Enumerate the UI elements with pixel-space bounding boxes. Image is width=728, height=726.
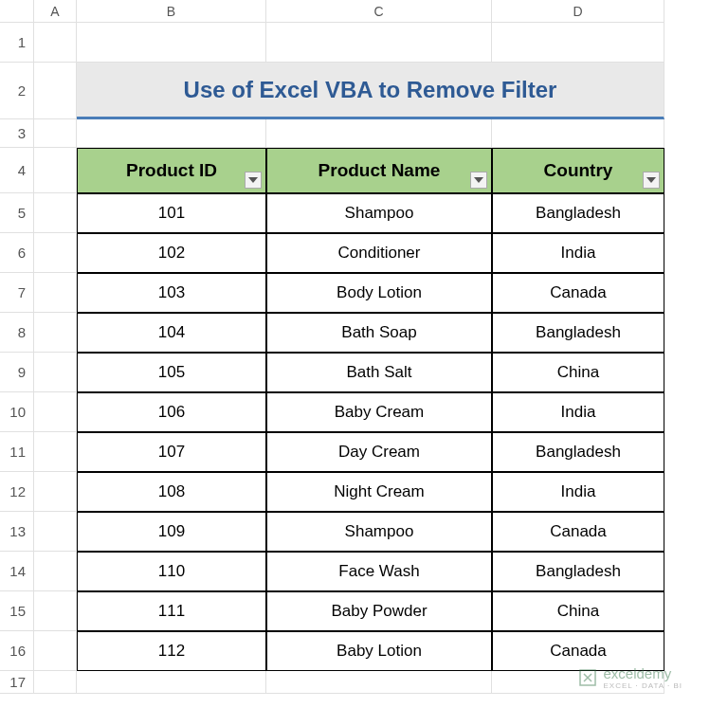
column-header-D[interactable]: D <box>492 0 664 23</box>
table-cell-name[interactable]: Day Cream <box>266 432 492 472</box>
table-cell-id[interactable]: 104 <box>77 313 266 353</box>
row-header-17[interactable]: 17 <box>0 671 34 694</box>
row-header-10[interactable]: 10 <box>0 392 34 432</box>
cell-A17[interactable] <box>34 671 77 694</box>
cell-D3[interactable] <box>492 119 664 148</box>
row-header-9[interactable]: 9 <box>0 353 34 392</box>
page-title[interactable]: Use of Excel VBA to Remove Filter <box>77 63 664 119</box>
table-cell-country[interactable]: Bangladesh <box>492 313 664 353</box>
table-cell-name[interactable]: Shampoo <box>266 512 492 552</box>
table-cell-country[interactable]: Bangladesh <box>492 432 664 472</box>
chevron-down-icon <box>248 177 258 183</box>
spreadsheet-grid: A B C D 1 2 Use of Excel VBA to Remove F… <box>0 0 728 694</box>
table-cell-id[interactable]: 103 <box>77 273 266 313</box>
cell-A3[interactable] <box>34 119 77 148</box>
table-cell-name[interactable]: Conditioner <box>266 233 492 273</box>
table-cell-name[interactable]: Baby Powder <box>266 591 492 631</box>
table-cell-id[interactable]: 109 <box>77 512 266 552</box>
table-cell-id[interactable]: 108 <box>77 472 266 512</box>
cell-A14[interactable] <box>34 552 77 591</box>
header-label: Product ID <box>126 160 217 181</box>
row-header-2[interactable]: 2 <box>0 63 34 119</box>
header-product-id[interactable]: Product ID <box>77 148 266 193</box>
cell-B3[interactable] <box>77 119 266 148</box>
table-cell-name[interactable]: Shampoo <box>266 193 492 233</box>
row-header-5[interactable]: 5 <box>0 193 34 233</box>
table-cell-id[interactable]: 110 <box>77 552 266 591</box>
row-header-4[interactable]: 4 <box>0 148 34 193</box>
table-cell-id[interactable]: 112 <box>77 631 266 671</box>
cell-A4[interactable] <box>34 148 77 193</box>
cell-A11[interactable] <box>34 432 77 472</box>
table-cell-name[interactable]: Night Cream <box>266 472 492 512</box>
row-header-13[interactable]: 13 <box>0 512 34 552</box>
column-header-A[interactable]: A <box>34 0 77 23</box>
table-cell-name[interactable]: Face Wash <box>266 552 492 591</box>
row-header-16[interactable]: 16 <box>0 631 34 671</box>
cell-A9[interactable] <box>34 353 77 392</box>
table-cell-name[interactable]: Baby Lotion <box>266 631 492 671</box>
table-cell-id[interactable]: 107 <box>77 432 266 472</box>
row-header-6[interactable]: 6 <box>0 233 34 273</box>
table-cell-name[interactable]: Baby Cream <box>266 392 492 432</box>
filter-button-product-id[interactable] <box>245 172 262 189</box>
cell-C3[interactable] <box>266 119 492 148</box>
table-cell-country[interactable]: Canada <box>492 512 664 552</box>
cell-B17[interactable] <box>77 671 266 694</box>
table-cell-country[interactable]: India <box>492 233 664 273</box>
cell-C1[interactable] <box>266 23 492 63</box>
cell-B1[interactable] <box>77 23 266 63</box>
table-cell-id[interactable]: 105 <box>77 353 266 392</box>
table-cell-name[interactable]: Bath Salt <box>266 353 492 392</box>
column-header-B[interactable]: B <box>77 0 266 23</box>
cell-A2[interactable] <box>34 63 77 119</box>
chevron-down-icon <box>646 177 656 183</box>
logo-icon <box>578 668 597 687</box>
cell-A8[interactable] <box>34 313 77 353</box>
cell-A15[interactable] <box>34 591 77 631</box>
filter-button-product-name[interactable] <box>470 172 487 189</box>
header-label: Country <box>544 160 613 181</box>
table-cell-name[interactable]: Body Lotion <box>266 273 492 313</box>
table-cell-country[interactable]: Bangladesh <box>492 552 664 591</box>
row-header-7[interactable]: 7 <box>0 273 34 313</box>
row-header-1[interactable]: 1 <box>0 23 34 63</box>
row-header-14[interactable]: 14 <box>0 552 34 591</box>
chevron-down-icon <box>474 177 483 183</box>
table-cell-country[interactable]: China <box>492 353 664 392</box>
cell-A10[interactable] <box>34 392 77 432</box>
cell-A5[interactable] <box>34 193 77 233</box>
cell-D1[interactable] <box>492 23 664 63</box>
table-cell-country[interactable]: India <box>492 392 664 432</box>
header-product-name[interactable]: Product Name <box>266 148 492 193</box>
table-cell-id[interactable]: 102 <box>77 233 266 273</box>
header-country[interactable]: Country <box>492 148 664 193</box>
watermark: exceldemy EXCEL · DATA · BI <box>578 665 682 690</box>
table-cell-country[interactable]: Canada <box>492 273 664 313</box>
cell-A16[interactable] <box>34 631 77 671</box>
cell-A13[interactable] <box>34 512 77 552</box>
cell-C17[interactable] <box>266 671 492 694</box>
row-header-15[interactable]: 15 <box>0 591 34 631</box>
table-cell-id[interactable]: 101 <box>77 193 266 233</box>
table-cell-country[interactable]: China <box>492 591 664 631</box>
cell-A1[interactable] <box>34 23 77 63</box>
watermark-brand: exceldemy <box>603 665 671 681</box>
column-header-C[interactable]: C <box>266 0 492 23</box>
cell-A6[interactable] <box>34 233 77 273</box>
watermark-sub: EXCEL · DATA · BI <box>603 681 682 690</box>
table-cell-country[interactable]: Bangladesh <box>492 193 664 233</box>
filter-button-country[interactable] <box>643 172 660 189</box>
header-label: Product Name <box>318 160 441 181</box>
cell-A7[interactable] <box>34 273 77 313</box>
table-cell-country[interactable]: India <box>492 472 664 512</box>
table-cell-name[interactable]: Bath Soap <box>266 313 492 353</box>
row-header-3[interactable]: 3 <box>0 119 34 148</box>
table-cell-id[interactable]: 106 <box>77 392 266 432</box>
row-header-11[interactable]: 11 <box>0 432 34 472</box>
row-header-12[interactable]: 12 <box>0 472 34 512</box>
table-cell-id[interactable]: 111 <box>77 591 266 631</box>
select-all-corner[interactable] <box>0 0 34 23</box>
cell-A12[interactable] <box>34 472 77 512</box>
row-header-8[interactable]: 8 <box>0 313 34 353</box>
